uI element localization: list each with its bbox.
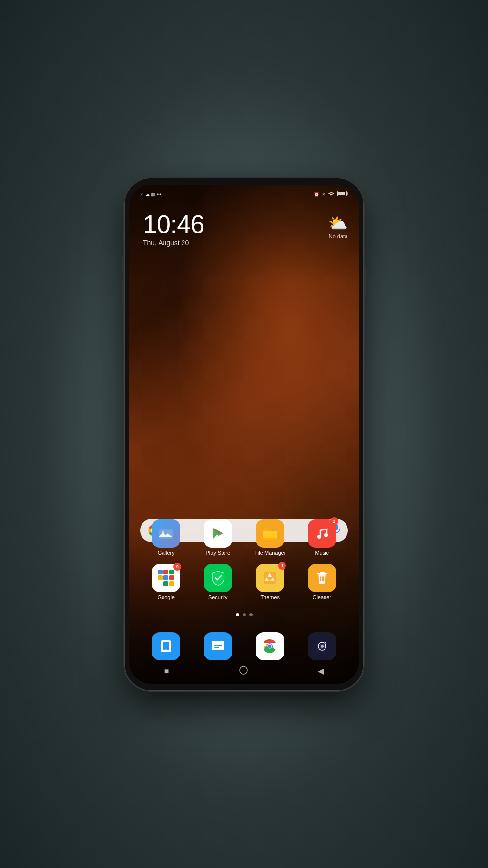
- power-button: [364, 266, 366, 295]
- app-music[interactable]: 1 Music: [304, 519, 340, 556]
- gallery-icon: [152, 519, 180, 548]
- status-bar: ✓ ☁ ▦ ••• ⏰ ✕: [129, 185, 359, 204]
- page-dot-2[interactable]: [243, 613, 246, 616]
- themes-label: Themes: [260, 594, 280, 600]
- music-label: Music: [315, 550, 329, 556]
- sim-icon: ✕: [322, 192, 325, 197]
- app-gallery[interactable]: Gallery: [148, 519, 184, 556]
- google-label: Google: [158, 594, 175, 600]
- weather-widget: ⛅ No data: [328, 214, 348, 239]
- nav-recent-btn[interactable]: ■: [164, 667, 169, 676]
- status-right-icons: ⏰ ✕: [314, 191, 348, 197]
- notification-icons: ✓ ☁ ▦ •••: [140, 192, 161, 197]
- filemanager-icon: [256, 519, 284, 548]
- google-app-icon: 9: [152, 564, 180, 592]
- time-display: 10:46: [143, 212, 204, 237]
- date-display: Thu, August 20: [143, 239, 204, 247]
- svg-point-23: [325, 642, 326, 643]
- app-security[interactable]: Security: [200, 564, 236, 600]
- nav-back-btn[interactable]: ◀: [318, 666, 324, 676]
- status-left-icons: ✓ ☁ ▦ •••: [140, 192, 161, 197]
- app-filemanager[interactable]: File Manager: [252, 519, 288, 556]
- page-dots: [129, 613, 359, 616]
- themes-badge: 1: [278, 562, 286, 570]
- dock: [140, 632, 348, 660]
- volume-up-button: [122, 256, 124, 273]
- gallery-label: Gallery: [158, 550, 175, 556]
- phone-screen: ✓ ☁ ▦ ••• ⏰ ✕: [129, 185, 359, 684]
- google-badge: 9: [173, 563, 181, 571]
- app-themes[interactable]: 1 Themes: [252, 564, 288, 600]
- svg-point-21: [321, 645, 324, 648]
- app-cleaner[interactable]: Cleaner: [304, 564, 340, 600]
- dock-phone[interactable]: [152, 632, 180, 660]
- playstore-icon: [204, 519, 232, 548]
- alarm-icon: ⏰: [314, 192, 319, 197]
- dock-camera[interactable]: [308, 632, 336, 660]
- filemanager-label: File Manager: [254, 550, 285, 556]
- time-section: 10:46 Thu, August 20: [143, 212, 204, 247]
- dock-chrome[interactable]: [256, 632, 284, 660]
- page-dot-3[interactable]: [249, 613, 253, 616]
- app-google[interactable]: 9: [148, 564, 184, 600]
- battery-icon: [337, 191, 348, 197]
- page-dot-1[interactable]: [236, 613, 239, 616]
- svg-point-10: [324, 533, 328, 537]
- security-label: Security: [208, 594, 228, 600]
- app-row-2: 9: [140, 564, 348, 600]
- google-grid-icon: [158, 570, 174, 586]
- music-badge: 1: [330, 517, 338, 525]
- weather-icon: ⛅: [328, 214, 348, 233]
- svg-point-17: [268, 644, 272, 648]
- svg-point-0: [331, 196, 332, 196]
- volume-down-button: [122, 280, 124, 310]
- security-icon: [204, 564, 232, 592]
- wifi-icon: [328, 191, 335, 197]
- dock-messages[interactable]: [204, 632, 232, 660]
- music-icon: 1: [308, 519, 336, 548]
- app-playstore[interactable]: Play Store: [200, 519, 236, 556]
- svg-point-9: [317, 535, 321, 539]
- svg-rect-2: [347, 192, 348, 195]
- phone-device: ✓ ☁ ▦ ••• ⏰ ✕: [124, 178, 364, 691]
- cleaner-label: Cleaner: [312, 594, 331, 600]
- nav-bar: ■ ◀: [129, 662, 359, 680]
- themes-icon: 1: [256, 564, 284, 592]
- svg-rect-3: [338, 192, 345, 195]
- svg-point-24: [240, 666, 247, 674]
- nav-home-btn[interactable]: [239, 666, 248, 677]
- playstore-label: Play Store: [205, 550, 230, 556]
- svg-point-12: [165, 650, 166, 651]
- cleaner-icon: [308, 564, 336, 592]
- app-row-1: Gallery: [140, 519, 348, 556]
- app-grid: Gallery: [140, 519, 348, 608]
- weather-text: No data: [328, 233, 348, 239]
